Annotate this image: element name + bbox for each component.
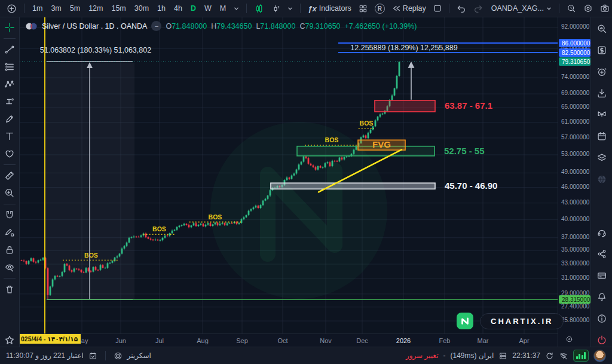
brush-tool-button[interactable]	[2, 112, 17, 126]
supply-zone: 63.87 - 67.1	[375, 100, 492, 112]
chart-pane[interactable]: 63.87 - 67.152.75 - 55FVG45.70 - 46.90BO…	[20, 17, 558, 334]
crosshair-tool-button[interactable]	[2, 21, 17, 34]
timeframe-1h[interactable]: 1h	[154, 1, 169, 16]
object-tree-button[interactable]	[430, 1, 445, 16]
toolbar-separator	[246, 4, 247, 13]
timeframe-3m[interactable]: 3m	[47, 1, 65, 16]
price-axis-label: 53.000000	[558, 151, 591, 157]
download-icon	[596, 88, 607, 99]
timeframe-1d-active[interactable]: D	[187, 1, 200, 16]
notifications-button[interactable]	[594, 290, 610, 304]
saved-layout-label: OANDA_XAG...	[491, 4, 544, 13]
price-axis-label: 31.000000	[558, 274, 591, 281]
supply-zone-label: 63.87 - 67.1	[445, 100, 492, 111]
mini-chart-button[interactable]	[573, 350, 589, 362]
long-position-icon	[4, 96, 15, 107]
favorites-button[interactable]	[2, 334, 17, 347]
xabcd-pattern-tool-button[interactable]	[2, 78, 17, 91]
saved-layout-button[interactable]: OANDA_XAG...	[488, 1, 555, 16]
hide-symbol-button[interactable]: –	[151, 21, 161, 31]
pencil-lock-icon	[4, 227, 15, 238]
screener-link[interactable]: اسکرینر	[127, 351, 151, 360]
settings-button[interactable]	[580, 1, 596, 16]
price-label-current: 79.310650	[559, 57, 590, 66]
fib-lines-tool-button[interactable]	[2, 60, 17, 74]
ideas-button[interactable]	[594, 108, 610, 121]
timeframe-4h[interactable]: 4h	[170, 1, 186, 16]
event-date-label[interactable]: 025/4/4 - ۱۴۰۴/۱/۱۵	[18, 334, 81, 344]
timeframe-30m[interactable]: 30m	[131, 1, 152, 16]
calendar-button[interactable]	[594, 130, 610, 143]
screener-target-icon	[114, 351, 123, 360]
indicators-button[interactable]: ƒx Indicators	[305, 1, 354, 16]
hollow-candle-button[interactable]	[268, 1, 283, 16]
time-axis-label: Dec	[356, 337, 368, 344]
quick-search-button[interactable]	[564, 1, 579, 16]
timeframe-menu-button[interactable]	[231, 1, 242, 16]
support-button[interactable]	[594, 226, 610, 239]
timeframe-5m[interactable]: 5m	[66, 1, 84, 16]
timeframe-15m[interactable]: 15m	[108, 1, 129, 16]
fx-icon: ƒx	[308, 4, 316, 13]
measure-tool-button[interactable]	[2, 169, 17, 182]
globe-button[interactable]	[594, 173, 610, 186]
change-server-link[interactable]: تغییر سرور	[406, 351, 439, 360]
info-button[interactable]	[594, 312, 610, 325]
drawing-mode-button[interactable]	[2, 226, 17, 239]
hide-drawings-button[interactable]	[2, 261, 17, 274]
remove-drawings-button[interactable]	[2, 283, 17, 296]
high-label: H	[211, 22, 216, 30]
logout-button[interactable]	[594, 334, 610, 347]
watchlist-button[interactable]	[594, 44, 610, 57]
hollow-candle-icon	[271, 4, 280, 13]
price-axis-label: 33.000000	[558, 260, 591, 267]
share-button[interactable]	[594, 247, 610, 261]
screener-search-button[interactable]	[594, 22, 610, 35]
trend-line-tool-button[interactable]	[2, 43, 17, 56]
high-value: 79.434650	[216, 22, 252, 30]
time-axis[interactable]: MayJunJulAugSepOctNovDec2026FebMarApr	[20, 334, 558, 347]
toolbar-separator	[4, 278, 16, 279]
price-label-alert: 28.315000	[559, 295, 590, 304]
export-button[interactable]	[594, 87, 610, 100]
text-tool-icon	[4, 131, 15, 142]
screenshot-button[interactable]	[597, 1, 612, 16]
fvg-zone-label: FVG	[372, 139, 391, 149]
connection-off-icon[interactable]	[559, 351, 568, 360]
price-axis-label: 43.000000	[558, 199, 591, 206]
layers-button[interactable]	[594, 151, 610, 164]
candlestick-chart: 63.87 - 67.152.75 - 55FVG45.70 - 46.90BO…	[20, 17, 558, 334]
layout-grid-button[interactable]	[356, 1, 371, 16]
text-tool-button[interactable]	[2, 130, 17, 143]
axis-settings-icon[interactable]	[565, 335, 573, 343]
symbol-title[interactable]: Silver / US Dollar . 1D . OANDA	[42, 22, 147, 30]
lock-drawings-button[interactable]	[2, 243, 17, 256]
refresh-icon[interactable]	[545, 351, 554, 360]
camera-icon	[600, 4, 610, 13]
chartix-logo-icon	[457, 313, 473, 329]
zoom-in-tool-button[interactable]	[2, 186, 17, 200]
calendar-icon	[596, 131, 607, 142]
replay-button[interactable]: Replay	[389, 1, 429, 16]
candle-style-menu-button[interactable]	[284, 1, 296, 16]
emoji-tool-button[interactable]	[2, 147, 17, 160]
billing-button[interactable]	[594, 269, 610, 282]
right-toolbar	[590, 17, 612, 347]
timeframe-1m[interactable]: 1m	[29, 1, 46, 16]
alerts-button[interactable]	[594, 65, 610, 78]
gear-icon	[583, 4, 593, 13]
user-avatar[interactable]	[593, 350, 606, 362]
candle-style-button[interactable]	[251, 1, 267, 16]
timeframe-1w[interactable]: W	[201, 1, 215, 16]
fvg-zone: FVG	[358, 139, 405, 150]
rotation-badge-button[interactable]: R	[372, 1, 388, 16]
add-symbol-button[interactable]	[4, 1, 20, 16]
price-axis[interactable]: 92.00000084.00000074.00000069.00000065.0…	[558, 17, 590, 347]
timeframe-1m-month[interactable]: M	[216, 1, 230, 16]
undo-button[interactable]	[454, 1, 469, 16]
position-tool-button[interactable]	[2, 95, 17, 108]
timeframe-12m[interactable]: 12m	[85, 1, 106, 16]
redo-button[interactable]	[470, 1, 486, 16]
bos-label: BOS	[152, 225, 166, 233]
magnet-mode-button[interactable]	[2, 209, 17, 222]
